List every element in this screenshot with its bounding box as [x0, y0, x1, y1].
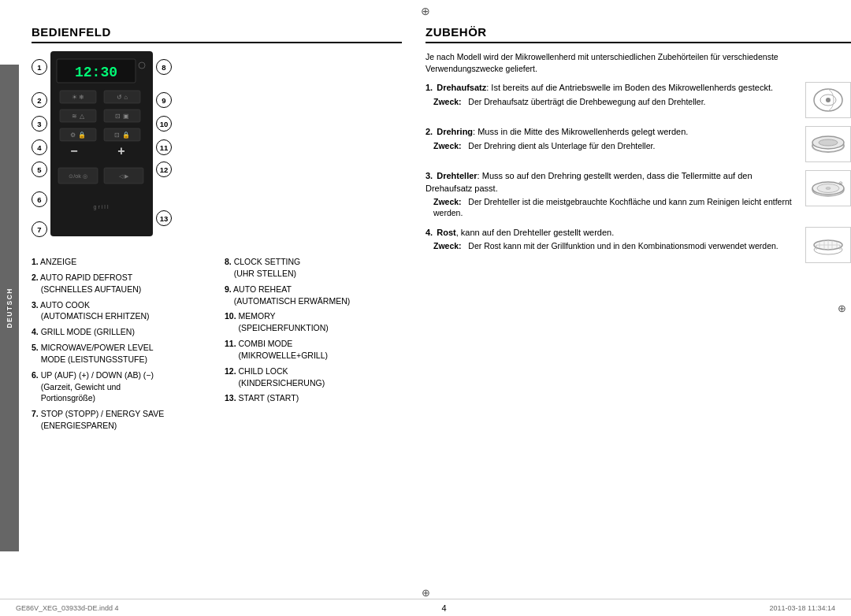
drehteller-icon: ⊚: [808, 173, 848, 204]
svg-text:⚙ 🔒: ⚙ 🔒: [70, 131, 85, 139]
zubehor-item-2: 2. Drehring: Muss in die Mitte des Mikro…: [426, 126, 851, 162]
svg-text:⊡ ▣: ⊡ ▣: [115, 113, 128, 120]
diagram-num-8: 8: [156, 59, 172, 75]
zubehor-item-4-title: 4. Rost, kann auf den Drehteller gestell…: [426, 227, 797, 239]
desc-item-1: 1. ANZEIGE: [32, 256, 209, 268]
svg-text:◁ ▶: ◁ ▶: [119, 173, 129, 179]
svg-text:+: +: [117, 144, 124, 158]
desc-col-left: 1. ANZEIGE 2. AUTO RAPID DEFROST (SCHNEL…: [32, 256, 209, 436]
zubehor-title: ZUBEHÖR: [426, 25, 851, 43]
diagram-num-6: 6: [32, 191, 47, 207]
zubehor-item-2-content: 2. Drehring: Muss in die Mitte des Mikro…: [426, 126, 851, 162]
svg-text:↺ ⌂: ↺ ⌂: [117, 94, 128, 101]
footer-left-text: GE86V_XEG_03933d-DE.indd 4: [16, 604, 119, 612]
page: ⊕ ⊕ ⊕ DEUTSCH BEDIENFELD 1 2 3 4 5 6 7: [0, 0, 851, 616]
svg-point-41: [819, 139, 838, 146]
desc-item-2: 2. AUTO RAPID DEFROST (SCHNELLES AUFTAUE…: [32, 272, 209, 295]
diagram-num-3: 3: [32, 116, 47, 132]
desc-item-7: 7. STOP (STOPP) / ENERGY SAVE (ENERGIESP…: [32, 408, 209, 432]
diagram-num-12: 12: [156, 161, 172, 177]
desc-item-11: 11. COMBI MODE (MIKROWELLE+GRILL): [225, 338, 402, 362]
zubehor-item-2-title: 2. Drehring: Muss in die Mitte des Mikro…: [426, 126, 797, 138]
svg-text:≋ △: ≋ △: [72, 113, 84, 120]
desc-item-13: 13. START (START): [225, 392, 402, 404]
drehring-icon: [808, 128, 848, 160]
zubehor-item-1-content: 1. Drehaufsatz: Ist bereits auf die Antr…: [426, 82, 851, 118]
zubehor-item-3: 3. Drehteller: Muss so auf den Drehring …: [426, 170, 851, 218]
svg-text:⊙/ok  ◎: ⊙/ok ◎: [69, 173, 87, 179]
svg-text:⊚: ⊚: [838, 180, 843, 186]
desc-col-right: 8. CLOCK SETTING (UHR STELLEN) 9. AUTO R…: [225, 256, 402, 436]
language-sidebar: DEUTSCH: [0, 65, 19, 551]
zubehor-section: ZUBEHÖR Je nach Modell wird der Mikrowel…: [402, 17, 851, 599]
right-registration-mark: ⊕: [838, 302, 846, 314]
diagram-num-4: 4: [32, 139, 47, 155]
desc-item-6: 6. UP (AUF) (+) / DOWN (AB) (−) (Garzeit…: [32, 369, 209, 405]
zubehor-item-4-text: 4. Rost, kann auf den Drehteller gestell…: [426, 227, 797, 252]
rost-icon: [808, 229, 848, 261]
desc-item-5: 5. MICROWAVE/POWER LEVEL MODE (LEISTUNGS…: [32, 342, 209, 366]
diagram-num-2: 2: [32, 92, 47, 108]
bedienfeld-section: BEDIENFELD 1 2 3 4 5 6 7: [24, 17, 402, 599]
language-label: DEUTSCH: [6, 288, 13, 328]
zubehor-item-4-zweck: Zweck: Der Rost kann mit der Grillfunkti…: [433, 240, 797, 251]
page-number: 4: [119, 603, 770, 613]
diagram-area: 1 2 3 4 5 6 7 12:30: [32, 51, 402, 242]
diagram-num-5: 5: [32, 161, 47, 177]
footer: GE86V_XEG_03933d-DE.indd 4 4 2011-03-18 …: [0, 599, 851, 616]
drehaufsatz-icon: [808, 84, 848, 116]
zubehor-item-2-zweck: Zweck: Der Drehring dient als Unterlage …: [433, 140, 797, 151]
desc-item-3: 3. AUTO COOK (AUTOMATISCH ERHITZEN): [32, 299, 209, 323]
diagram-num-1: 1: [32, 59, 47, 75]
microwave-panel-wrapper: 12:30 ☀ ❄ ↺ ⌂ ≋ △ ⊡ ▣: [50, 51, 153, 242]
diagram-num-7: 7: [32, 221, 47, 237]
zubehor-item-3-image: ⊚: [805, 170, 851, 206]
diagram-num-9: 9: [156, 92, 172, 108]
zubehor-item-3-title: 3. Drehteller: Muss so auf den Drehring …: [426, 170, 797, 195]
footer-right-text: 2011-03-18 11:34:14: [769, 604, 835, 612]
top-registration-area: ⊕: [0, 0, 851, 17]
top-registration-mark: ⊕: [421, 5, 430, 17]
svg-text:−: −: [70, 144, 77, 158]
zubehor-item-3-text: 3. Drehteller: Muss so auf den Drehring …: [426, 170, 797, 218]
zubehor-item-4-content: 4. Rost, kann auf den Drehteller gestell…: [426, 227, 851, 263]
desc-item-10: 10. MEMORY (SPEICHERFUNKTION): [225, 310, 402, 334]
zubehor-item-1-image: [805, 82, 851, 118]
right-numbers-column: 8 9 10 11 12 13: [156, 51, 172, 226]
zubehor-item-2-text: 2. Drehring: Muss in die Mitte des Mikro…: [426, 126, 797, 151]
desc-item-12: 12. CHILD LOCK (KINDERSICHERUNG): [225, 366, 402, 389]
zubehor-item-1-text: 1. Drehaufsatz: Ist bereits auf die Antr…: [426, 82, 797, 107]
zubehor-item-3-content: 3. Drehteller: Muss so auf den Drehring …: [426, 170, 851, 218]
descriptions-area: 1. ANZEIGE 2. AUTO RAPID DEFROST (SCHNEL…: [32, 256, 402, 436]
svg-point-45: [826, 187, 831, 190]
desc-item-8: 8. CLOCK SETTING (UHR STELLEN): [225, 256, 402, 280]
zubehor-item-4: 4. Rost, kann auf den Drehteller gestell…: [426, 227, 851, 263]
desc-columns: 1. ANZEIGE 2. AUTO RAPID DEFROST (SCHNEL…: [32, 256, 402, 436]
svg-text:⊡ 🔒: ⊡ 🔒: [114, 131, 129, 139]
diagram-num-10: 10: [156, 116, 172, 132]
diagram-num-11: 11: [156, 139, 172, 155]
zubehor-item-3-zweck: Zweck: Der Drehteller ist die meistgebra…: [433, 196, 797, 218]
main-content-area: DEUTSCH BEDIENFELD 1 2 3 4 5 6 7: [0, 17, 851, 599]
svg-text:grill: grill: [94, 204, 110, 210]
zubehor-item-1-zweck: Zweck: Der Drehaufsatz überträgt die Dre…: [433, 96, 797, 107]
svg-point-38: [826, 98, 831, 102]
bedienfeld-title: BEDIENFELD: [32, 25, 402, 43]
svg-text:☀ ❄: ☀ ❄: [72, 94, 84, 101]
diagram-num-13: 13: [156, 210, 172, 226]
zubehor-item-1-title: 1. Drehaufsatz: Ist bereits auf die Antr…: [426, 82, 797, 94]
microwave-panel-svg: 12:30 ☀ ❄ ↺ ⌂ ≋ △ ⊡ ▣: [50, 51, 153, 240]
svg-text:12:30: 12:30: [75, 65, 117, 80]
zubehor-item-2-image: [805, 126, 851, 162]
zubehor-item-4-image: [805, 227, 851, 263]
desc-item-4: 4. GRILL MODE (GRILLEN): [32, 326, 209, 338]
zubehor-item-1: 1. Drehaufsatz: Ist bereits auf die Antr…: [426, 82, 851, 118]
left-numbers-column: 1 2 3 4 5 6 7: [32, 51, 47, 237]
desc-item-9: 9. AUTO REHEAT (AUTOMATISCH ERWÄRMEN): [225, 284, 402, 307]
bottom-registration-mark: ⊕: [422, 587, 430, 599]
zubehor-intro: Je nach Modell wird der Mikrowellenherd …: [426, 51, 851, 74]
